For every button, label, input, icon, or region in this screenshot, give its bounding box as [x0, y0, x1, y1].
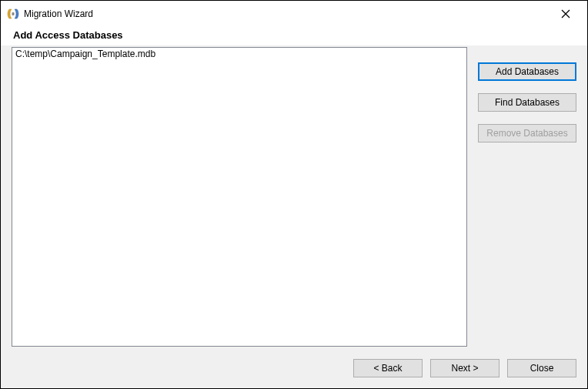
close-button[interactable]: Close: [507, 359, 576, 377]
remove-databases-button: Remove Databases: [478, 124, 576, 143]
footer-buttons: < Back Next > Close: [1, 351, 587, 388]
titlebar-left: Migration Wizard: [7, 8, 93, 20]
header-section: Add Access Databases: [1, 26, 587, 45]
window-title: Migration Wizard: [24, 8, 93, 19]
database-listbox[interactable]: C:\temp\Campaign_Template.mdb: [12, 47, 467, 347]
side-buttons: Add Databases Find Databases Remove Data…: [478, 45, 576, 347]
back-button[interactable]: < Back: [353, 359, 423, 377]
svg-rect-0: [12, 12, 15, 15]
migration-wizard-window: Migration Wizard Add Access Databases C:…: [0, 0, 588, 389]
find-databases-button[interactable]: Find Databases: [478, 93, 576, 112]
next-button[interactable]: Next >: [430, 359, 499, 377]
list-item[interactable]: C:\temp\Campaign_Template.mdb: [12, 48, 466, 60]
header-wrap: Add Access Databases: [1, 26, 587, 45]
close-icon: [561, 9, 570, 18]
close-window-button[interactable]: [550, 3, 581, 25]
page-title: Add Access Databases: [13, 29, 575, 41]
add-databases-button[interactable]: Add Databases: [478, 62, 576, 81]
titlebar: Migration Wizard: [1, 1, 587, 26]
app-icon: [7, 8, 19, 20]
content-area: C:\temp\Campaign_Template.mdb Add Databa…: [1, 45, 587, 351]
body: Add Access Databases C:\temp\Campaign_Te…: [1, 26, 587, 388]
